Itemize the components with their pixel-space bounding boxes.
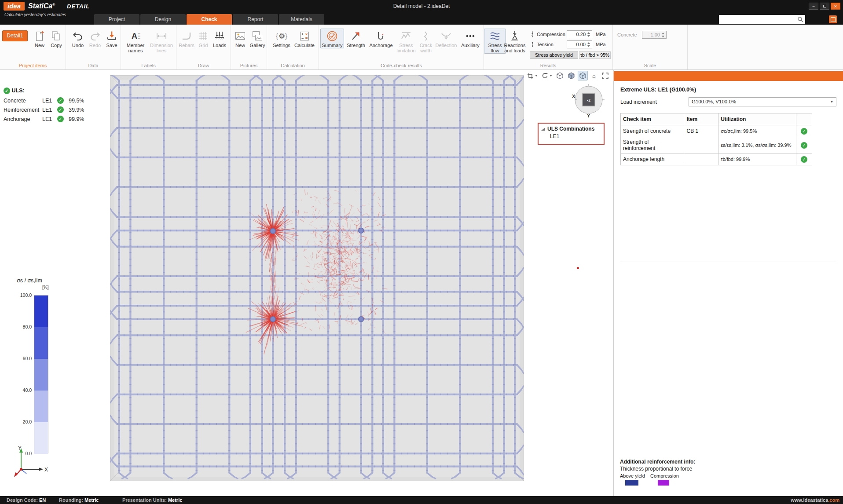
compression-spinner[interactable]: [586, 31, 591, 37]
rounding-value: Metric: [84, 497, 99, 503]
group-code-check: Summary Strength Anchorage Stress limita…: [319, 25, 484, 69]
additional-info-title: Additional reinforcement info:: [620, 459, 695, 465]
group-scale: Concrete 1.00 Scale: [613, 25, 688, 69]
tension-input[interactable]: 0.00: [567, 40, 592, 48]
tree-expander-icon[interactable]: [541, 128, 545, 131]
deflection-button[interactable]: Deflection: [434, 29, 458, 48]
summary-button[interactable]: Summary: [320, 29, 344, 48]
cube-wireframe-icon: [556, 72, 564, 80]
group-labels: A Member names Dimension lines Labels: [121, 25, 176, 69]
app-icon[interactable]: [829, 15, 837, 23]
search-input[interactable]: [719, 16, 797, 23]
ribbon: Detail1 + New Copy Project items Undo: [0, 25, 843, 70]
grid-icon: [197, 30, 209, 42]
uls-summary-overlay: ✓ ULS: Concrete LE1 ✓ 99.5% Reinforcemen…: [4, 88, 84, 124]
copy-button[interactable]: Copy: [48, 29, 64, 48]
settings-gear-icon: { ⚙ }: [275, 30, 288, 42]
calculate-icon: + − × =: [298, 30, 311, 42]
tab-project[interactable]: Project: [94, 14, 139, 25]
compression-legend-label: Compression: [650, 473, 679, 478]
check-icon: ✓: [4, 88, 10, 94]
legend-color-bar: [34, 295, 48, 453]
concrete-scale-spinner[interactable]: [661, 32, 666, 38]
website-link[interactable]: www.ideastatica.com: [791, 496, 839, 504]
tab-report[interactable]: Report: [233, 14, 278, 25]
load-increment-dropdown[interactable]: G100.0%, V100.0% ▾: [689, 97, 836, 106]
concrete-scale-input[interactable]: 1.00: [642, 31, 667, 39]
new-picture-button[interactable]: New: [232, 29, 249, 48]
load-case-node[interactable]: LE1: [550, 133, 601, 139]
new-project-item-button[interactable]: + New: [32, 29, 48, 48]
strength-button[interactable]: Strength: [344, 29, 368, 48]
rotate-view-button[interactable]: [540, 71, 553, 80]
uls-row-anchorage: Anchorage LE1 ✓ 99.9%: [4, 114, 84, 124]
stress-flow-icon: [489, 30, 501, 42]
grid-button[interactable]: Grid: [195, 29, 212, 48]
group-label-labels: Labels: [121, 63, 176, 68]
svg-text:−: −: [301, 36, 304, 40]
loads-button[interactable]: Loads: [211, 29, 228, 48]
deflection-icon: [440, 30, 452, 42]
panel-divider: [620, 262, 836, 262]
idea-logo: idea: [4, 2, 25, 11]
tb-fbd-toggle[interactable]: τb / fbd > 95%: [579, 51, 611, 59]
section-tool-icon: [527, 73, 534, 79]
axonometry-wire-button[interactable]: [555, 71, 565, 80]
close-button[interactable]: ×: [831, 3, 840, 10]
group-label-calculation: Calculation: [267, 63, 319, 68]
rounding-label: Rounding:: [59, 497, 83, 503]
anchorage-button[interactable]: Anchorage: [369, 29, 393, 48]
statica-logo: StatiCa®: [28, 2, 55, 10]
undo-button[interactable]: Undo: [70, 29, 86, 48]
loads-icon: [213, 30, 226, 42]
calculate-button[interactable]: + − × = Calculate: [293, 29, 316, 48]
uls-combinations-box[interactable]: ULS Combinations LE1: [538, 123, 605, 145]
model-3d-view[interactable]: [110, 75, 524, 481]
table-header-row: Check item Item Utilization: [621, 113, 812, 125]
group-draw: Rebars Grid Loads Draw: [176, 25, 231, 69]
check-results-table: Check item Item Utilization Strength of …: [620, 113, 812, 165]
stress-above-yield-toggle[interactable]: Stress above yield: [530, 51, 578, 59]
dimension-lines-button[interactable]: Dimension lines: [149, 29, 174, 54]
cube-solid-icon: [568, 72, 575, 80]
navigation-cube[interactable]: -z X Y: [571, 79, 606, 119]
units-value: Metric: [168, 497, 182, 503]
chevron-down-icon: [535, 75, 538, 77]
redo-button[interactable]: Redo: [87, 29, 103, 48]
registered-mark: ®: [52, 3, 55, 7]
restore-button[interactable]: [820, 3, 829, 10]
rotate-icon: [542, 73, 548, 79]
auxiliary-button[interactable]: Auxiliary: [458, 29, 482, 48]
svg-text:X: X: [44, 467, 48, 473]
group-label-project-items: Project items: [0, 63, 66, 68]
reactions-button[interactable]: Reactions and loads: [502, 29, 527, 54]
legend-title: σs / σs,lim: [17, 278, 70, 284]
detail1-button[interactable]: Detail1: [2, 30, 28, 41]
search-icon[interactable]: [797, 16, 804, 23]
tension-unit: MPa: [596, 42, 606, 47]
model-canvas-area: ✓ ULS: Concrete LE1 ✓ 99.5% Reinforcemen…: [0, 70, 613, 496]
member-names-button[interactable]: A Member names: [123, 29, 148, 54]
group-calculation: { ⚙ } Settings + − × = Calculate Calcula…: [267, 25, 319, 69]
svg-text:X: X: [572, 94, 575, 99]
section-tool-button[interactable]: [526, 71, 539, 80]
rebars-button[interactable]: Rebars: [178, 29, 195, 48]
table-row: Anchorage length τb/fbd: 99.9% ✓: [621, 153, 812, 165]
tension-spinner[interactable]: [586, 41, 591, 47]
cube-shaded-icon: [579, 72, 586, 80]
settings-button[interactable]: { ⚙ } Settings: [270, 29, 293, 48]
marker-dot: [577, 267, 579, 269]
ribbon-tabs: Project Design Check Report Materials: [94, 14, 324, 25]
compression-icon: [530, 31, 535, 37]
gallery-button[interactable]: Gallery: [249, 29, 266, 48]
tab-materials[interactable]: Materials: [279, 14, 324, 25]
table-row: Strength of reinforcement εs/εs,lim: 3.1…: [621, 137, 812, 153]
minimize-button[interactable]: –: [809, 3, 818, 10]
tab-check[interactable]: Check: [187, 14, 232, 25]
uls-combinations-node[interactable]: ULS Combinations: [541, 126, 601, 132]
compression-input[interactable]: -0.20: [567, 30, 592, 38]
save-button[interactable]: Save: [104, 29, 120, 48]
tab-design[interactable]: Design: [140, 14, 186, 25]
restore-icon: [823, 5, 826, 7]
check-icon: ✓: [57, 106, 64, 113]
